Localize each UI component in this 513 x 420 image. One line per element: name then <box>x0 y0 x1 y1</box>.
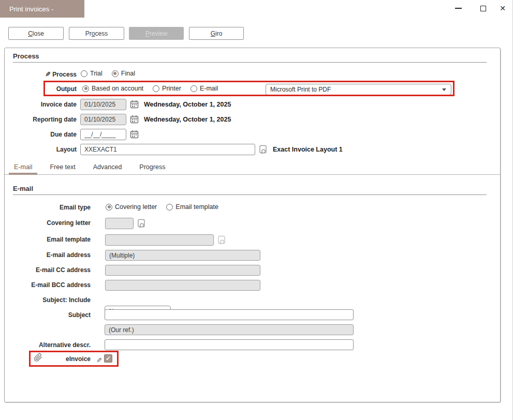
pencil-icon: ✎ <box>96 356 102 364</box>
alt-descr-input[interactable] <box>105 339 354 350</box>
radio-email-template[interactable] <box>166 204 173 211</box>
radio-final-label: Final <box>121 70 135 77</box>
output-radio-group: Based on account Printer E-mail <box>82 85 218 92</box>
reporting-date-input[interactable]: 01/10/2025 <box>80 114 126 125</box>
giro-button[interactable]: Giro <box>189 27 244 40</box>
preview-button: Preview <box>129 27 184 40</box>
einvoice-checkbox[interactable]: ✓ <box>104 354 112 363</box>
covering-letter-label: Covering letter <box>13 219 91 227</box>
tab-progress[interactable]: Progress <box>134 160 170 174</box>
maximize-button[interactable] <box>475 2 491 15</box>
check-icon: ✓ <box>106 355 111 362</box>
due-date-label: Due date <box>13 131 77 138</box>
radio-email-output-label: E-mail <box>200 85 218 92</box>
radio-covering-letter-label: Covering letter <box>115 203 157 211</box>
invoice-date-input[interactable]: 01/10/2025 <box>80 99 126 110</box>
radio-printer-label: Printer <box>162 85 181 92</box>
layout-input[interactable]: XXEXACT1 <box>80 144 255 155</box>
email-type-label: Email type <box>13 204 91 211</box>
email-address-input: (Multiple) <box>105 250 260 261</box>
due-date-input[interactable]: __/__/____ <box>80 129 126 140</box>
email-type-radio-group: Covering letter Email template <box>106 203 218 211</box>
printer-dropdown[interactable]: Microsoft Print to PDF <box>266 84 451 95</box>
layout-description: Exact Invoice Layout 1 <box>273 146 343 153</box>
browse-icon[interactable] <box>259 145 268 155</box>
print-invoices-window: Print invoices - ✕ Close Process Preview… <box>0 0 513 420</box>
our-ref-input: (Our ref.) <box>105 324 354 335</box>
reporting-date-label: Reporting date <box>13 116 77 123</box>
email-address-label: E-mail address <box>13 251 91 259</box>
radio-based-on-account-label: Based on account <box>92 85 143 92</box>
maximize-icon <box>480 6 486 11</box>
radio-covering-letter[interactable] <box>106 204 112 211</box>
process-group-header: Process <box>13 52 487 63</box>
minimize-icon <box>455 8 462 9</box>
email-bcc-input <box>105 280 260 291</box>
alt-descr-label: Alternative descr. <box>13 341 91 349</box>
browse-icon[interactable] <box>217 235 227 245</box>
pencil-icon: ✎ <box>45 70 51 78</box>
subject-input[interactable] <box>105 309 354 320</box>
tab-free-text[interactable]: Free text <box>45 160 80 174</box>
radio-based-on-account[interactable] <box>82 85 89 92</box>
window-title-tab: Print invoices - <box>0 0 84 18</box>
email-cc-label: E-mail CC address <box>13 266 91 274</box>
radio-final[interactable] <box>112 70 119 77</box>
tab-strip: E-mail Free text Advanced Progress <box>5 160 500 175</box>
tab-email[interactable]: E-mail <box>9 160 37 174</box>
radio-trial-label: Trial <box>90 70 102 77</box>
email-group-header: E-mail <box>13 185 487 195</box>
email-bcc-label: E-mail BCC address <box>13 281 91 289</box>
calendar-icon[interactable] <box>130 115 139 124</box>
output-label: Output <box>13 85 77 93</box>
radio-trial[interactable] <box>81 70 87 77</box>
subject-include-label: Subject: Include <box>13 296 91 304</box>
invoice-date-long: Wednesday, October 1, 2025 <box>144 101 231 108</box>
minimize-button[interactable] <box>450 2 466 15</box>
email-template-input <box>105 234 214 246</box>
radio-email-template-label: Email template <box>175 203 218 211</box>
calendar-icon[interactable] <box>130 130 139 139</box>
email-cc-input <box>105 265 260 276</box>
tab-advanced[interactable]: Advanced <box>88 160 127 174</box>
einvoice-label: eInvoice <box>13 355 91 363</box>
radio-email-output[interactable] <box>190 85 197 92</box>
calendar-icon[interactable] <box>130 100 139 109</box>
reporting-date-long: Wednesday, October 1, 2025 <box>144 116 231 123</box>
layout-label: Layout <box>13 146 77 153</box>
close-window-button[interactable]: ✕ <box>495 2 510 15</box>
email-template-label: Email template <box>13 236 91 243</box>
process-label: ✎ Process <box>13 70 77 78</box>
radio-printer[interactable] <box>153 85 159 92</box>
covering-letter-input <box>105 218 134 229</box>
invoice-date-label: Invoice date <box>13 101 77 108</box>
dropdown-caret-icon <box>442 88 446 91</box>
close-icon: ✕ <box>500 4 506 12</box>
subject-label: Subject <box>13 311 91 319</box>
close-button[interactable]: Close <box>8 27 64 40</box>
window-title: Print invoices - <box>9 5 53 13</box>
browse-icon[interactable] <box>137 219 146 229</box>
process-radio-group: Trial Final <box>81 70 135 77</box>
process-button[interactable]: Process <box>69 27 124 40</box>
